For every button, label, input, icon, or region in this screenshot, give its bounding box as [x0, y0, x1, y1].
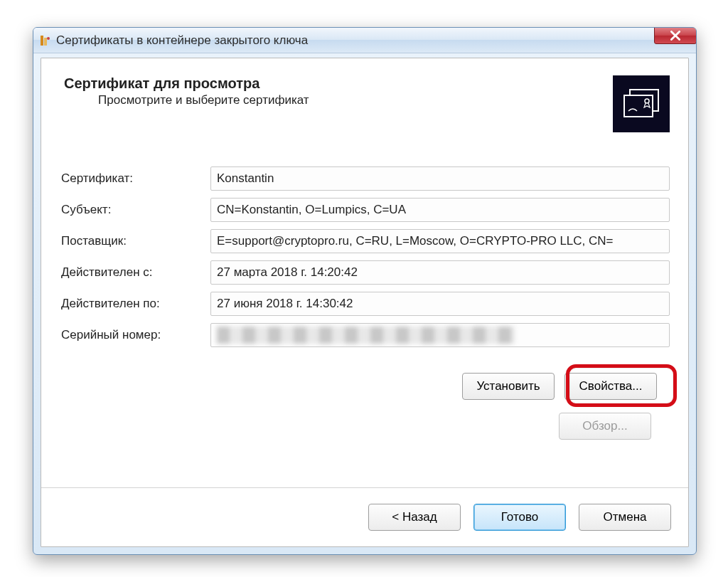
- close-icon: [670, 31, 680, 41]
- label-valid-from: Действителен с:: [60, 265, 210, 280]
- close-button[interactable]: [654, 27, 697, 44]
- label-serial: Серийный номер:: [60, 328, 210, 342]
- window-title: Сертификаты в контейнере закрытого ключа: [56, 33, 308, 48]
- field-subject[interactable]: CN=Konstantin, O=Lumpics, C=UA: [210, 198, 670, 222]
- field-issuer[interactable]: E=support@cryptopro.ru, C=RU, L=Moscow, …: [210, 229, 670, 253]
- page-title: Сертификат для просмотра: [64, 75, 601, 92]
- install-button[interactable]: Установить: [462, 373, 555, 400]
- row-valid-to: Действителен по: 27 июня 2018 г. 14:30:4…: [60, 292, 670, 316]
- svg-point-2: [47, 37, 50, 40]
- cancel-button[interactable]: Отмена: [579, 504, 671, 531]
- label-valid-to: Действителен по:: [60, 297, 210, 311]
- properties-button[interactable]: Свойства...: [564, 373, 657, 400]
- label-certificate: Сертификат:: [60, 171, 210, 186]
- field-certificate[interactable]: Konstantin: [210, 166, 670, 191]
- client-area: Сертификат для просмотра Просмотрите и в…: [41, 58, 689, 547]
- back-button[interactable]: < Назад: [368, 504, 461, 531]
- finish-button[interactable]: Готово: [473, 504, 566, 531]
- svg-rect-1: [44, 38, 47, 46]
- titlebar[interactable]: Сертификаты в контейнере закрытого ключа: [33, 28, 696, 53]
- label-subject: Субъект:: [60, 203, 210, 217]
- field-valid-from[interactable]: 27 марта 2018 г. 14:20:42: [210, 260, 670, 285]
- wizard-buttons: < Назад Готово Отмена: [368, 504, 671, 531]
- field-valid-to[interactable]: 27 июня 2018 г. 14:30:42: [210, 292, 670, 316]
- field-serial[interactable]: [210, 323, 670, 347]
- row-serial: Серийный номер:: [60, 323, 670, 347]
- row-issuer: Поставщик: E=support@cryptopro.ru, C=RU,…: [60, 229, 670, 253]
- wizard-header: Сертификат для просмотра Просмотрите и в…: [41, 58, 688, 132]
- app-icon: [39, 34, 52, 47]
- certificate-icon: [613, 75, 670, 132]
- certificate-details: Сертификат: Konstantin Субъект: CN=Konst…: [41, 132, 688, 440]
- dialog-window: Сертификаты в контейнере закрытого ключа…: [33, 27, 697, 555]
- label-issuer: Поставщик:: [60, 234, 210, 248]
- row-certificate: Сертификат: Konstantin: [60, 166, 670, 191]
- svg-rect-0: [41, 36, 43, 46]
- separator: [41, 487, 688, 488]
- row-valid-from: Действителен с: 27 марта 2018 г. 14:20:4…: [60, 260, 670, 285]
- browse-button: Обзор...: [559, 413, 651, 440]
- svg-rect-4: [624, 95, 653, 117]
- page-subtitle: Просмотрите и выберите сертификат: [64, 93, 601, 107]
- row-subject: Субъект: CN=Konstantin, O=Lumpics, C=UA: [60, 198, 670, 222]
